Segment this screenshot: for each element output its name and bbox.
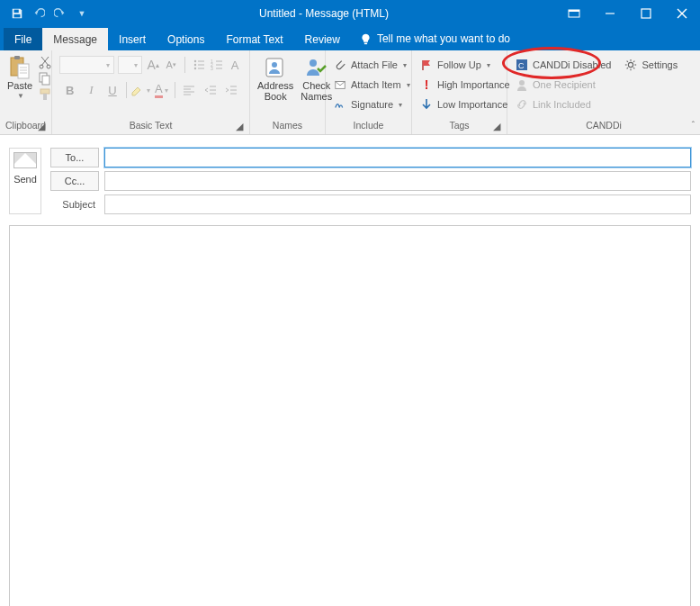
message-body[interactable] [9, 225, 691, 606]
tab-review[interactable]: Review [294, 28, 351, 50]
cc-input[interactable] [104, 171, 691, 191]
svg-rect-11 [18, 64, 29, 78]
grow-font-button[interactable]: A▴ [146, 55, 160, 75]
window-controls [556, 0, 700, 27]
font-size-input[interactable]: ▾ [118, 56, 142, 74]
svg-line-55 [627, 61, 628, 62]
svg-rect-19 [40, 89, 49, 94]
svg-point-45 [310, 59, 317, 67]
minimize-icon[interactable] [592, 0, 628, 27]
ribbon: Paste ▼ Clipboard ◢ ▾ ▾ A▴ A▾ 123 [0, 50, 700, 135]
titlebar: ▼ Untitled - Message (HTML) [0, 0, 700, 27]
dialog-launcher-icon[interactable]: ◢ [235, 121, 244, 130]
flag-icon [419, 58, 434, 72]
tell-me-search[interactable]: Tell me what you want to do [351, 27, 519, 50]
ribbon-display-options-icon[interactable] [556, 0, 592, 27]
qat-dropdown-icon[interactable]: ▼ [72, 4, 92, 23]
gear-icon [624, 58, 638, 72]
tab-insert[interactable]: Insert [108, 28, 157, 50]
attach-item-icon [333, 77, 347, 92]
close-icon[interactable] [664, 0, 700, 27]
arrow-down-icon [419, 97, 434, 112]
group-include: Attach File▾ Attach Item▾ Signature▾ Inc… [326, 50, 412, 134]
group-label-names: Names [254, 120, 321, 134]
bold-button[interactable]: B [59, 80, 81, 100]
svg-rect-20 [43, 94, 47, 100]
svg-line-58 [633, 61, 634, 62]
svg-point-50 [629, 62, 633, 67]
underline-button[interactable]: U [102, 80, 123, 100]
paperclip-icon [333, 58, 347, 72]
dialog-launcher-icon[interactable]: ◢ [37, 121, 46, 130]
svg-rect-1 [14, 14, 21, 18]
svg-point-49 [519, 80, 525, 86]
subject-input[interactable] [104, 194, 691, 214]
tab-file[interactable]: File [4, 28, 42, 50]
send-button[interactable]: Send [9, 148, 41, 214]
highlight-button[interactable]: ▾ [130, 80, 151, 100]
chevron-down-icon: ▼ [17, 93, 24, 100]
quick-access-toolbar: ▼ [0, 4, 92, 23]
bullets-button[interactable] [192, 55, 206, 75]
copy-icon[interactable] [38, 71, 52, 86]
low-importance-button[interactable]: Low Importance [416, 95, 511, 114]
numbering-button[interactable]: 123 [210, 55, 224, 75]
cut-icon[interactable] [38, 55, 52, 69]
lightbulb-icon [360, 33, 372, 45]
settings-button[interactable]: Settings [620, 55, 681, 75]
compose-header: Send To... Cc... Subject [0, 135, 700, 220]
svg-rect-3 [569, 10, 579, 12]
decrease-indent-button[interactable] [200, 80, 221, 100]
svg-point-23 [194, 64, 196, 66]
address-book-button[interactable]: Address Book [254, 53, 297, 102]
tab-message[interactable]: Message [42, 28, 108, 50]
follow-up-button[interactable]: Follow Up▾ [416, 55, 494, 75]
styles-button[interactable]: A [228, 55, 242, 75]
svg-point-21 [194, 60, 196, 62]
format-painter-icon[interactable] [38, 87, 52, 102]
link-icon [515, 97, 529, 112]
subject-label: Subject [50, 199, 99, 210]
exclamation-icon: ! [419, 77, 434, 92]
attach-file-button[interactable]: Attach File▾ [329, 55, 410, 75]
tab-format-text[interactable]: Format Text [215, 28, 293, 50]
group-canddi: C CANDDi Disabled One Recipient Link Inc… [507, 50, 700, 134]
svg-point-44 [272, 62, 277, 68]
maximize-icon[interactable] [628, 0, 664, 27]
font-color-button[interactable]: A▾ [150, 80, 172, 100]
collapse-ribbon-icon[interactable]: ˆ [692, 121, 695, 131]
font-family-input[interactable]: ▾ [59, 56, 114, 74]
align-left-button[interactable] [178, 80, 200, 100]
tab-options[interactable]: Options [157, 28, 215, 50]
svg-rect-8 [364, 42, 367, 44]
high-importance-button[interactable]: ! High Importance [416, 75, 514, 95]
increase-indent-button[interactable] [220, 80, 242, 100]
link-included-button[interactable]: Link Included [511, 95, 615, 114]
paste-icon [7, 55, 32, 80]
group-clipboard: Paste ▼ Clipboard ◢ [0, 50, 52, 134]
undo-icon[interactable] [29, 4, 49, 23]
to-input[interactable] [104, 148, 691, 167]
shrink-font-button[interactable]: A▾ [164, 55, 178, 75]
one-recipient-button[interactable]: One Recipient [511, 75, 615, 95]
window-title: Untitled - Message (HTML) [92, 7, 556, 20]
signature-button[interactable]: Signature▾ [329, 95, 406, 114]
save-icon[interactable] [7, 4, 27, 23]
address-book-label: Address Book [257, 81, 293, 102]
svg-rect-5 [642, 9, 651, 18]
dialog-launcher-icon[interactable]: ◢ [492, 121, 501, 130]
group-label-clipboard: Clipboard ◢ [4, 120, 48, 134]
attach-item-button[interactable]: Attach Item▾ [329, 75, 414, 95]
to-button[interactable]: To... [50, 148, 99, 167]
italic-button[interactable]: I [81, 80, 103, 100]
redo-icon[interactable] [50, 4, 70, 23]
cc-button[interactable]: Cc... [50, 171, 99, 191]
address-book-icon [263, 55, 288, 80]
canddi-disabled-button[interactable]: C CANDDi Disabled [511, 55, 615, 75]
signature-icon [333, 97, 347, 112]
svg-text:3: 3 [211, 66, 213, 71]
svg-rect-18 [42, 76, 49, 85]
group-label-basic-text: Basic Text ◢ [56, 120, 246, 134]
paste-label: Paste [7, 81, 32, 92]
paste-button[interactable]: Paste ▼ [4, 53, 36, 100]
